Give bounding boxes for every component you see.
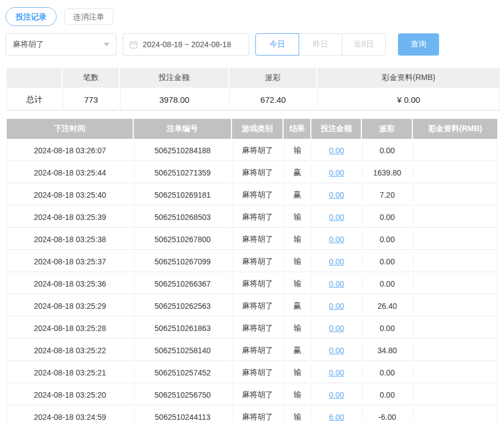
bet-time-cell: 2024-08-18 03:25:40 <box>7 184 133 206</box>
game-select[interactable]: 麻将胡了 <box>6 33 117 56</box>
last-8-days-button[interactable]: 近8日 <box>342 33 386 56</box>
bet-time-cell: 2024-08-18 03:24:59 <box>7 407 133 421</box>
bet-amount-cell: 0.00 <box>311 229 360 250</box>
summary-total-row: 总计 773 3978.00 672.40 ¥ 0.00 <box>7 89 500 111</box>
today-button[interactable]: 今日 <box>255 33 299 56</box>
bet-amount-cell: 0.00 <box>311 384 360 405</box>
payout-cell: 0.00 <box>362 384 412 405</box>
calendar-icon <box>129 41 138 49</box>
summary-total-label: 总计 <box>7 89 62 111</box>
game-type-cell: 麻将胡了 <box>232 384 283 405</box>
game-type-cell: 麻将胡了 <box>232 295 283 317</box>
game-type-cell: 麻将胡了 <box>232 140 283 161</box>
game-type-cell: 麻将胡了 <box>232 207 283 228</box>
payout-cell: 0.00 <box>362 229 412 250</box>
yesterday-button[interactable]: 昨日 <box>299 33 342 56</box>
bonus-cell <box>413 318 497 339</box>
bonus-cell <box>413 340 497 361</box>
bet-amount-link[interactable]: 0.00 <box>329 346 344 355</box>
bet-amount-link[interactable]: 0.00 <box>329 235 344 244</box>
bet-amount-cell: 0.00 <box>311 340 360 361</box>
header-bet-time: 下注时间 <box>7 119 133 139</box>
result-cell: 输 <box>284 362 310 383</box>
bet-amount-link[interactable]: 0.00 <box>329 279 344 288</box>
bet-amount-link[interactable]: 0.00 <box>329 168 344 177</box>
bet-amount-link[interactable]: 6.00 <box>329 413 344 421</box>
bet-amount-link[interactable]: 0.00 <box>329 213 344 222</box>
payout-cell: 34.80 <box>362 340 412 361</box>
game-type-cell: 麻将胡了 <box>232 229 283 250</box>
table-row: 2024-08-18 03:25:40 5062510269181 麻将胡了 赢… <box>7 184 497 206</box>
order-number-cell: 5062510257452 <box>134 362 231 383</box>
order-number-cell: 5062510258140 <box>134 340 231 361</box>
table-row: 2024-08-18 03:25:21 5062510257452 麻将胡了 输… <box>7 362 497 383</box>
result-cell: 赢 <box>284 295 310 317</box>
summary-header-payout: 派彩 <box>229 68 316 88</box>
bonus-cell <box>413 407 497 421</box>
game-type-cell: 麻将胡了 <box>232 162 283 183</box>
header-game-type: 游戏类别 <box>232 119 283 139</box>
query-button[interactable]: 查询 <box>398 33 439 56</box>
bonus-cell <box>413 273 497 294</box>
result-cell: 输 <box>284 407 310 421</box>
date-shortcut-group: 今日 昨日 近8日 <box>255 33 386 56</box>
bet-time-cell: 2024-08-18 03:25:20 <box>7 384 133 405</box>
chevron-down-icon <box>104 43 109 46</box>
bet-amount-cell: 0.00 <box>311 251 360 272</box>
bet-amount-link[interactable]: 0.00 <box>329 191 344 199</box>
bet-amount-cell: 6.00 <box>311 407 360 421</box>
payout-cell: 1639.80 <box>362 162 412 183</box>
bet-amount-cell: 0.00 <box>311 140 360 161</box>
result-cell: 输 <box>284 207 310 228</box>
betting-records-page: 投注记录 连消注单 麻将胡了 2024-08-18 ~ 2024-08-18 今… <box>0 0 504 421</box>
payout-cell: 0.00 <box>362 140 412 161</box>
records-table: 下注时间 注单编号 游戏类别 结果 投注金额 派彩 彩金资料(RMB) 2024… <box>6 118 498 421</box>
bet-amount-cell: 0.00 <box>311 295 360 317</box>
payout-cell: 0.00 <box>362 251 412 272</box>
header-bet-amount: 投注金额 <box>311 119 360 139</box>
game-type-cell: 麻将胡了 <box>232 340 283 361</box>
game-type-cell: 麻将胡了 <box>232 362 283 383</box>
summary-header-row: 笔数 投注金额 派彩 彩金资料(RMB) <box>7 68 500 88</box>
bet-time-cell: 2024-08-18 03:25:38 <box>7 229 133 250</box>
game-type-cell: 麻将胡了 <box>232 407 283 421</box>
bet-amount-link[interactable]: 0.00 <box>329 257 344 266</box>
bet-amount-link[interactable]: 0.00 <box>329 146 344 155</box>
result-cell: 赢 <box>284 340 310 361</box>
table-row: 2024-08-18 03:26:07 5062510284188 麻将胡了 输… <box>7 140 497 161</box>
bonus-cell <box>413 229 497 250</box>
result-cell: 输 <box>284 251 310 272</box>
payout-cell: -6.00 <box>362 407 412 421</box>
bet-amount-link[interactable]: 0.00 <box>329 390 344 399</box>
order-number-cell: 5062510256750 <box>134 384 231 405</box>
tab-cancelled-orders[interactable]: 连消注单 <box>64 8 113 25</box>
bonus-cell <box>413 295 497 317</box>
payout-cell: 7.20 <box>362 184 412 206</box>
order-number-cell: 5062510244113 <box>134 407 231 421</box>
bet-time-cell: 2024-08-18 03:25:22 <box>7 340 133 361</box>
summary-header-count: 笔数 <box>63 68 119 88</box>
summary-total-count: 773 <box>63 89 119 111</box>
bet-amount-link[interactable]: 0.00 <box>329 302 344 310</box>
result-cell: 输 <box>284 229 310 250</box>
bet-time-cell: 2024-08-18 03:25:39 <box>7 207 133 228</box>
bet-time-cell: 2024-08-18 03:26:07 <box>7 140 133 161</box>
order-number-cell: 5062510268503 <box>134 207 231 228</box>
bonus-cell <box>413 207 497 228</box>
order-number-cell: 5062510262563 <box>134 295 231 317</box>
date-range-input[interactable]: 2024-08-18 ~ 2024-08-18 <box>123 33 249 56</box>
bonus-cell <box>413 140 497 161</box>
bet-time-cell: 2024-08-18 03:25:37 <box>7 251 133 272</box>
summary-total-bet: 3978.00 <box>120 89 228 111</box>
summary-table: 笔数 投注金额 派彩 彩金资料(RMB) 总计 773 3978.00 672.… <box>6 67 501 112</box>
header-order-number: 注单编号 <box>134 119 231 139</box>
bet-amount-cell: 0.00 <box>311 162 360 183</box>
table-row: 2024-08-18 03:25:44 5062510271359 麻将胡了 赢… <box>7 162 497 183</box>
top-tabs: 投注记录 连消注单 <box>6 0 498 27</box>
result-cell: 输 <box>284 140 310 161</box>
bet-amount-link[interactable]: 0.00 <box>329 368 344 377</box>
bet-amount-link[interactable]: 0.00 <box>329 324 344 333</box>
bet-amount-cell: 0.00 <box>311 362 360 383</box>
table-row: 2024-08-18 03:25:37 5062510267099 麻将胡了 输… <box>7 251 497 272</box>
tab-bet-records[interactable]: 投注记录 <box>6 7 57 26</box>
